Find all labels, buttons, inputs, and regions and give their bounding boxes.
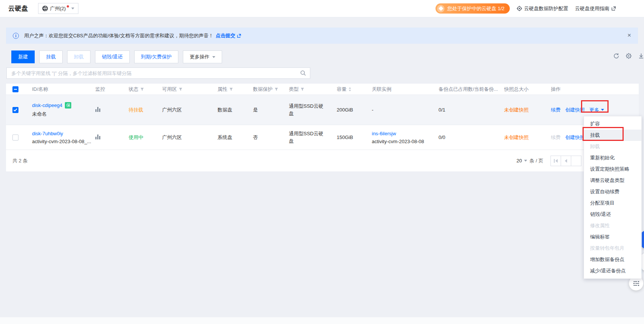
search-icon[interactable] [300, 70, 306, 76]
table-header-row: ID/名称 监控 状态 可用区 属性 数据保护 类型 容量 关联实例 备份点已占… [6, 84, 639, 95]
detach-button: 卸载 [67, 50, 90, 63]
create-button[interactable]: 新建 [11, 50, 35, 63]
menu-item-auto-renew[interactable]: 设置自动续费 [584, 186, 641, 197]
disk-table: ID/名称 监控 状态 可用区 属性 数据保护 类型 容量 关联实例 备份点已占… [6, 84, 639, 171]
az-text: 广州六区 [162, 107, 218, 113]
row-checkbox[interactable] [12, 134, 18, 141]
col-type[interactable]: 类型 [289, 86, 337, 93]
select-all-checkbox[interactable] [12, 86, 18, 92]
page-size-select[interactable]: 20 [517, 158, 527, 164]
refresh-icon[interactable] [613, 53, 619, 59]
prev-page-button[interactable] [561, 156, 571, 166]
expire-protect-button[interactable]: 到期/欠费保护 [134, 50, 179, 63]
region-label: 广州(2) [50, 5, 66, 12]
menu-item-adjust-type[interactable]: 调整云硬盘类型 [584, 175, 641, 186]
more-link[interactable]: 更多 [589, 107, 604, 113]
col-attr[interactable]: 属性 [218, 86, 253, 93]
usage-guide-link[interactable]: 云硬盘使用指南 [575, 5, 616, 12]
instance-name: activity-cvm-2023-08-08 [372, 139, 439, 144]
filter-icon[interactable] [140, 87, 144, 91]
id-name-cell: disk-7uhbw0iy activity-cvm-2023-08-08_..… [32, 131, 95, 144]
filter-icon[interactable] [274, 87, 278, 91]
first-page-button[interactable] [550, 156, 561, 166]
total-count: 共 2 条 [12, 157, 28, 164]
protected-disks-pill[interactable]: 您处于保护中的云硬盘 1/2 [435, 3, 510, 14]
info-icon: i [13, 33, 19, 39]
menu-item-to-prepaid: 按量转包年包月 [584, 243, 641, 254]
status-text: 使用中 [129, 134, 162, 141]
row-checkbox[interactable] [12, 107, 18, 113]
menu-item-scheduled-snapshot[interactable]: 设置定期快照策略 [584, 164, 641, 175]
id-name-cell: disk-cdipeeg4保 未命名 [32, 102, 95, 118]
menu-item-add-backup-point[interactable]: 增加数据备份点 [584, 254, 641, 265]
capacity-text: 150GiB [337, 134, 372, 140]
menu-item-reinitialize[interactable]: 重新初始化 [584, 152, 641, 164]
capacity-text: 200GiB [337, 107, 372, 113]
menu-item-edit-tags[interactable]: 编辑标签 [584, 231, 641, 243]
renew-link: 续费 [551, 134, 561, 141]
col-monitor: 监控 [95, 86, 129, 93]
instance-id-link[interactable]: ins-6ilersjw [372, 131, 396, 136]
col-capacity[interactable]: 容量 [337, 86, 372, 93]
sort-icon[interactable] [348, 87, 351, 92]
data-protection-config-link[interactable]: 云硬盘数据防护配置 [517, 5, 568, 12]
disk-name: activity-cvm-2023-08-08_... [32, 139, 95, 144]
table-row-disk-7uhbw0iy: disk-7uhbw0iy activity-cvm-2023-08-08_..… [6, 125, 639, 150]
page-number-box[interactable] [571, 156, 581, 166]
filter-icon[interactable] [179, 87, 182, 91]
external-link-icon [611, 6, 616, 11]
col-protection[interactable]: 数据保护 [253, 86, 289, 93]
search-box [6, 67, 310, 79]
attr-text: 系统盘 [218, 134, 253, 141]
download-icon[interactable] [638, 53, 644, 59]
disk-name: 未命名 [32, 111, 95, 118]
create-snapshot-link[interactable]: 创建快照 [565, 134, 585, 141]
menu-item-destroy[interactable]: 销毁/退还 [584, 209, 641, 220]
menu-item-reduce-backup-point[interactable]: 减少/退还备份点 [584, 265, 641, 277]
col-az[interactable]: 可用区 [162, 86, 218, 93]
settings-gear-icon[interactable] [626, 53, 632, 59]
disk-id-link[interactable]: disk-7uhbw0iy [32, 131, 63, 136]
more-operations-button[interactable]: 更多操作 [183, 50, 222, 63]
type-text: 通用型SSD云硬盘 [289, 130, 327, 145]
col-instance: 关联实例 [372, 86, 439, 93]
renew-link[interactable]: 续费 [551, 107, 561, 113]
az-text: 广州六区 [162, 134, 218, 141]
page-title: 云硬盘 [8, 4, 28, 13]
destroy-return-button[interactable]: 销毁/退还 [95, 50, 130, 63]
col-operations: 操作 [551, 86, 639, 93]
submit-feedback-link[interactable]: 点击提交 [216, 32, 241, 39]
region-selector[interactable]: 广州(2) [38, 3, 79, 14]
close-icon[interactable]: × [627, 32, 631, 39]
search-input[interactable] [7, 68, 300, 78]
shield-box-icon [437, 5, 445, 12]
menu-item-detach: 卸载 [584, 141, 641, 152]
attach-button[interactable]: 挂载 [39, 50, 63, 63]
filter-icon[interactable] [301, 87, 304, 91]
snapshot-text: 未创建快照 [504, 107, 551, 113]
more-dropdown-menu: 扩容 挂载 卸载 重新初始化 设置定期快照策略 调整云硬盘类型 设置自动续费 分… [584, 116, 642, 279]
menu-item-attach[interactable]: 挂载 [584, 130, 641, 141]
backup-text: 0/0 [439, 134, 504, 140]
chevron-down-icon [71, 8, 74, 9]
top-bar: 云硬盘 广州(2) 您处于保护中的云硬盘 1/2 [0, 0, 644, 17]
create-snapshot-link[interactable]: 创建快照 [565, 107, 585, 113]
external-link-icon [237, 34, 241, 38]
status-text: 待挂载 [129, 107, 162, 113]
pagination [551, 156, 581, 166]
instance-text: - [372, 107, 439, 113]
monitor-chart-icon[interactable] [95, 134, 100, 139]
monitor-chart-icon[interactable] [95, 107, 100, 112]
usage-guide-label: 云硬盘使用指南 [575, 5, 609, 12]
more-label: 更多 [589, 107, 599, 113]
globe-icon [42, 6, 48, 11]
protected-badge: 保 [65, 102, 71, 109]
disk-id-link[interactable]: disk-cdipeeg4 [32, 102, 62, 108]
type-text: 通用型SSD云硬盘 [289, 102, 327, 118]
filter-icon[interactable] [229, 87, 233, 91]
menu-item-expand[interactable]: 扩容 [584, 118, 641, 130]
col-snapshot: 快照总大小 [504, 86, 551, 93]
menu-item-assign-project[interactable]: 分配至项目 [584, 197, 641, 209]
col-status[interactable]: 状态 [129, 86, 162, 93]
protected-disks-label: 您处于保护中的云硬盘 1/2 [447, 5, 504, 12]
